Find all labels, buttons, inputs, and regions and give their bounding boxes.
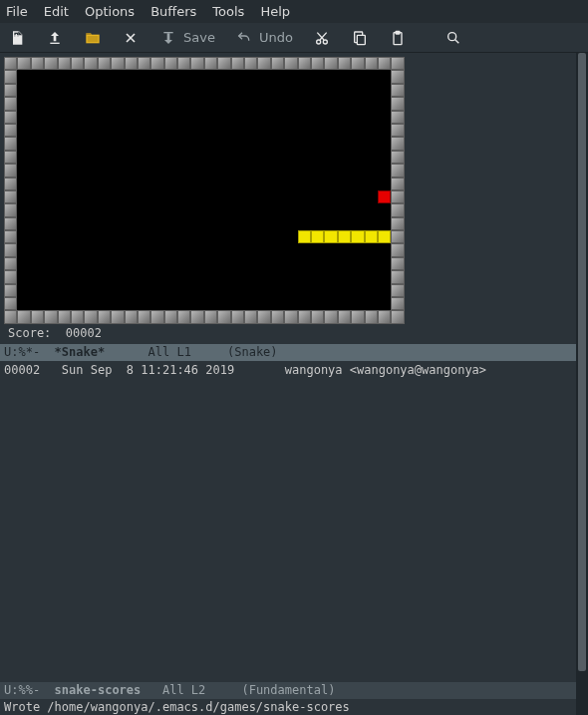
empty-cell [190, 70, 203, 83]
empty-cell [324, 284, 337, 297]
menu-file[interactable]: File [6, 4, 28, 19]
empty-cell [138, 243, 150, 256]
modeline-snake[interactable]: U:%*- *Snake* All L1 (Snake) [0, 344, 576, 361]
empty-cell [231, 297, 244, 310]
scrollbar[interactable] [576, 53, 588, 715]
empty-cell [204, 164, 217, 177]
empty-cell [257, 217, 270, 230]
menu-buffers[interactable]: Buffers [150, 4, 196, 19]
empty-cell [298, 164, 311, 177]
save-group[interactable]: Save [159, 29, 215, 47]
empty-cell [351, 217, 364, 230]
empty-cell [351, 97, 364, 110]
empty-cell [150, 124, 163, 137]
wall-cell [231, 310, 244, 323]
new-file-icon[interactable] [8, 29, 26, 47]
wall-cell [71, 57, 84, 70]
empty-cell [257, 230, 270, 243]
empty-cell [138, 111, 150, 124]
folder-icon[interactable] [84, 29, 102, 47]
empty-cell [17, 151, 30, 164]
empty-cell [284, 124, 297, 137]
wall-cell [125, 57, 138, 70]
undo-group[interactable]: Undo [235, 29, 293, 47]
empty-cell [217, 178, 230, 190]
empty-cell [231, 243, 244, 256]
empty-cell [338, 111, 351, 124]
empty-cell [190, 203, 203, 216]
menu-options[interactable]: Options [85, 4, 135, 19]
scrollbar-thumb[interactable] [578, 53, 586, 671]
snake-board[interactable] [4, 57, 405, 324]
wall-cell [391, 178, 404, 190]
empty-cell [244, 190, 257, 203]
empty-cell [138, 164, 150, 177]
empty-cell [271, 284, 284, 297]
empty-cell [177, 270, 190, 283]
wall-cell [391, 284, 404, 297]
empty-cell [257, 97, 270, 110]
empty-cell [150, 190, 163, 203]
empty-cell [351, 151, 364, 164]
modeline-scores[interactable]: U:%%- snake-scores All L2 (Fundamental) [0, 682, 576, 699]
empty-cell [164, 297, 177, 310]
empty-cell [138, 190, 150, 203]
empty-cell [58, 111, 71, 124]
cut-icon[interactable] [313, 29, 331, 47]
wall-cell [324, 310, 337, 323]
copy-icon[interactable] [351, 29, 369, 47]
empty-cell [111, 84, 124, 97]
paste-icon[interactable] [389, 29, 407, 47]
svg-rect-4 [88, 38, 99, 39]
empty-cell [378, 257, 391, 270]
empty-cell [324, 84, 337, 97]
work-area: Score: 00002 U:%*- *Snake* All L1 (Snake… [0, 53, 588, 715]
wall-cell [4, 217, 17, 230]
menu-tools[interactable]: Tools [212, 4, 244, 19]
food-cell [378, 190, 391, 203]
empty-cell [177, 84, 190, 97]
empty-cell [138, 297, 150, 310]
wall-cell [391, 243, 404, 256]
empty-cell [217, 124, 230, 137]
svg-point-10 [323, 40, 327, 44]
empty-cell [138, 270, 150, 283]
wall-cell [271, 57, 284, 70]
empty-cell [231, 203, 244, 216]
empty-cell [338, 270, 351, 283]
empty-cell [44, 217, 57, 230]
empty-cell [231, 137, 244, 150]
scores-buffer[interactable]: 00002 Sun Sep 8 11:21:46 2019 wangonya <… [0, 361, 576, 682]
open-file-icon[interactable] [46, 29, 64, 47]
empty-cell [257, 111, 270, 124]
empty-cell [190, 217, 203, 230]
wall-cell [391, 124, 404, 137]
wall-cell [4, 190, 17, 203]
close-icon[interactable] [122, 29, 140, 47]
search-icon[interactable] [444, 29, 462, 47]
empty-cell [378, 203, 391, 216]
empty-cell [190, 137, 203, 150]
empty-cell [244, 217, 257, 230]
empty-cell [284, 151, 297, 164]
minibuffer[interactable]: Wrote /home/wangonya/.emacs.d/games/snak… [0, 699, 576, 715]
empty-cell [31, 257, 44, 270]
empty-cell [378, 97, 391, 110]
empty-cell [351, 190, 364, 203]
menu-edit[interactable]: Edit [44, 4, 69, 19]
wall-cell [217, 57, 230, 70]
snake-buffer[interactable]: Score: 00002 [0, 53, 576, 344]
empty-cell [244, 270, 257, 283]
empty-cell [84, 217, 97, 230]
empty-cell [98, 297, 111, 310]
empty-cell [311, 297, 324, 310]
empty-cell [298, 203, 311, 216]
empty-cell [98, 243, 111, 256]
empty-cell [324, 243, 337, 256]
menu-help[interactable]: Help [260, 4, 290, 19]
empty-cell [257, 284, 270, 297]
empty-cell [17, 70, 30, 83]
empty-cell [271, 70, 284, 83]
empty-cell [257, 70, 270, 83]
empty-cell [257, 270, 270, 283]
